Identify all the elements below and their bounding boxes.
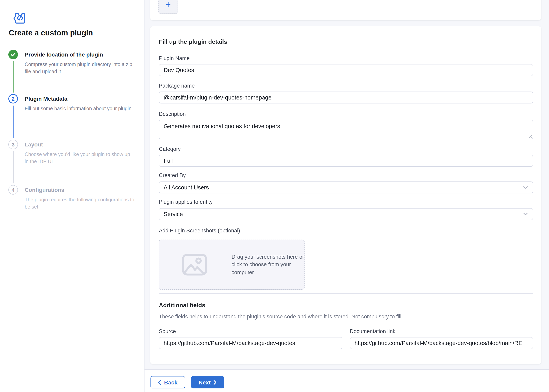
main-content: + Fill up the plugin details Plugin Name… — [145, 0, 549, 392]
plugin-name-label: Plugin Name — [159, 55, 533, 62]
step-description: The plugin requires the following config… — [25, 196, 134, 210]
step-number-badge: 2 — [8, 94, 18, 104]
step-complete-check-circle — [8, 50, 18, 59]
category-label: Category — [159, 146, 533, 152]
step-number-badge: 3 — [8, 140, 18, 149]
created-by-label: Created By — [159, 172, 533, 179]
check-icon — [10, 52, 16, 57]
plus-icon: + — [166, 0, 171, 9]
description-label: Description — [159, 111, 533, 117]
step-title: Configurations — [25, 186, 134, 193]
step-number: 4 — [12, 187, 14, 193]
form-heading: Fill up the plugin details — [159, 38, 533, 45]
upload-card: + — [150, 0, 542, 20]
stepper-step-configurations[interactable]: 4 Configurations The plugin requires the… — [8, 185, 137, 210]
stepper-step-plugin-metadata[interactable]: 2 Plugin Metadata Fill out some basic in… — [8, 94, 137, 112]
wizard-footer: Back Next — [145, 369, 549, 392]
documentation-link-input[interactable] — [350, 337, 533, 349]
step-description: Choose where you’d like your plugin to s… — [25, 151, 134, 165]
created-by-select[interactable]: All Account Users — [159, 182, 533, 193]
chevron-down-icon — [523, 212, 528, 216]
package-name-input[interactable] — [159, 91, 533, 104]
resize-handle-icon[interactable] — [529, 135, 532, 139]
stepper-step-layout[interactable]: 3 Layout Choose where you’d like your pl… — [8, 140, 137, 165]
source-field-group: Source — [159, 328, 342, 349]
plugin-name-input[interactable] — [159, 64, 533, 76]
step-description: Compress your custom plugin directory in… — [25, 61, 134, 75]
plugin-details-card: Fill up the plugin details Plugin Name P… — [150, 26, 542, 364]
image-placeholder-icon — [182, 253, 208, 276]
back-button[interactable]: Back — [150, 376, 185, 388]
step-number: 2 — [12, 96, 14, 102]
applies-to-entity-value: Service — [164, 211, 183, 217]
documentation-link-label: Documentation link — [350, 328, 533, 335]
next-button[interactable]: Next — [191, 376, 224, 388]
applies-to-entity-label: Plugin applies to entity — [159, 199, 533, 205]
chevron-left-icon — [158, 380, 162, 385]
additional-fields-subtext: These fields helps to understand the plu… — [159, 313, 533, 320]
page-title: Create a custom plugin — [9, 28, 136, 37]
step-number: 3 — [12, 141, 14, 147]
step-number-badge: 4 — [8, 185, 18, 195]
step-title: Layout — [25, 141, 134, 148]
step-title: Provide location of the plugin — [25, 51, 134, 58]
created-by-value: All Account Users — [164, 184, 209, 191]
chevron-down-icon — [523, 186, 528, 189]
applies-to-entity-select[interactable]: Service — [159, 208, 533, 220]
step-description: Fill out some basic information about yo… — [25, 105, 134, 112]
custom-plugin-logo-icon — [12, 12, 27, 24]
description-textarea[interactable]: Generates motivational quotes for develo… — [159, 120, 533, 139]
source-input[interactable] — [159, 337, 342, 349]
dropzone-hint-text: Drag your screenshots here or click to c… — [232, 253, 304, 276]
category-input[interactable] — [159, 155, 533, 167]
source-label: Source — [159, 328, 342, 335]
stepper-step-provide-location[interactable]: Provide location of the plugin Compress … — [8, 50, 137, 75]
next-button-label: Next — [199, 379, 211, 385]
add-item-tile[interactable]: + — [158, 0, 178, 14]
section-divider — [159, 293, 533, 294]
wizard-sidebar: Create a custom plugin Provide location … — [0, 0, 145, 392]
back-button-label: Back — [164, 379, 177, 385]
step-title: Plugin Metadata — [25, 95, 134, 102]
documentation-field-group: Documentation link — [350, 328, 533, 349]
package-name-label: Package name — [159, 82, 533, 89]
screenshots-dropzone[interactable]: Drag your screenshots here or click to c… — [159, 240, 305, 290]
chevron-right-icon — [213, 380, 217, 385]
additional-fields-heading: Additional fields — [159, 302, 533, 309]
screenshots-label: Add Plugin Screenshots (optional) — [159, 227, 533, 234]
create-custom-plugin-page: Create a custom plugin Provide location … — [0, 0, 549, 392]
